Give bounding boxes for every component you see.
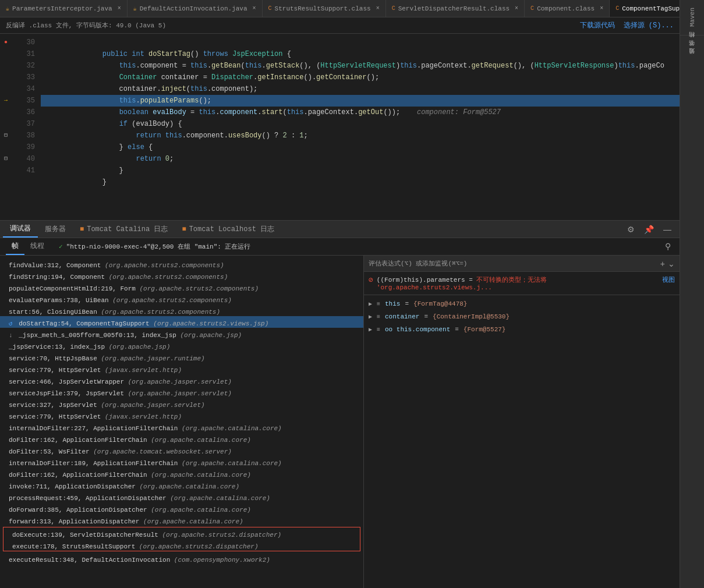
tab-bar: ☕ ParametersInterceptor.java × ☕ Default… <box>0 0 680 17</box>
tab-close-icon[interactable]: × <box>253 5 256 12</box>
sidebar-bookmarks[interactable]: 书签 <box>688 47 696 54</box>
expand-icon[interactable]: ▶ <box>369 313 374 320</box>
var-type-icon: ≡ <box>377 327 380 333</box>
debug-content: findValue:312, Component (org.apache.str… <box>0 256 680 588</box>
var-type-icon: ≡ <box>377 301 380 307</box>
stack-frame-jspx[interactable]: ↓ _jspx_meth_s_005fform_005f0:13, index_… <box>0 328 363 339</box>
stack-frame-jspservice[interactable]: _jspService:13, index_jsp (org.apache.js… <box>0 339 363 351</box>
var-container[interactable]: ▶ ≡ container = {ContainerImpl@5530} <box>364 310 680 323</box>
fold-icon-2[interactable]: ⊟ <box>0 153 12 165</box>
stack-frame-internalfilter189[interactable]: internalDoFilter:189, ApplicationFilterC… <box>0 456 363 467</box>
eval-expand-button[interactable]: ⌄ <box>668 259 675 268</box>
stack-frame-service70[interactable]: service:70, HttpJspBase (org.apache.jasp… <box>0 351 363 363</box>
stack-frame-dofilter162[interactable]: doFilter:162, ApplicationFilterChain (or… <box>0 433 363 444</box>
code-line-41: } <box>41 165 680 176</box>
var-this[interactable]: ▶ ≡ this = {FormTag@4478} <box>364 297 680 310</box>
code-editor: ● → ⊟ ⊟ 30 31 32 33 34 35 <box>0 34 680 220</box>
tab-close-icon[interactable]: × <box>600 5 603 12</box>
debug-toolbar: ⚙ 📌 — <box>625 224 677 235</box>
tab-close-icon[interactable]: × <box>118 5 121 12</box>
stack-frame-start[interactable]: start:56, ClosingUiBean (org.apache.stru… <box>0 304 363 316</box>
sidebar-notifications[interactable]: 通知 <box>688 55 696 62</box>
code-line-30: public int doStartTag() throws JspExcept… <box>41 37 680 48</box>
debug-tab-debugger[interactable]: 调试器 <box>3 221 38 238</box>
evaluate-bar: 评估表达式(⌥) 或添加监视(⌘⌥=) + ⌄ <box>364 256 680 272</box>
debug-pin-button[interactable]: 📌 <box>642 224 656 235</box>
stack-frame-service466[interactable]: service:466, JspServletWrapper (org.apac… <box>0 374 363 386</box>
tab-component-tag-support[interactable]: C ComponentTagSupport.class × <box>610 0 680 17</box>
stack-frame-internalfilter227[interactable]: internalDoFilter:227, ApplicationFilterC… <box>0 421 363 433</box>
line-numbers: 30 31 32 33 34 35 36 37 38 39 40 41 <box>12 34 41 220</box>
tab-close-icon[interactable]: × <box>376 5 380 12</box>
debug-arrow: → <box>0 95 12 107</box>
thread-check-icon: ✓ <box>59 243 63 250</box>
filter-icon[interactable]: ⚲ <box>665 242 671 252</box>
debug-tab-tomcat-localhost[interactable]: ■ Tomcat Localhost 日志 <box>175 221 281 238</box>
error-entry: ⊘ ((Form)this).parameters = 不可转换的类型；无法将 … <box>364 272 680 295</box>
tab-servlet-dispatcher-result[interactable]: C ServletDispatcherResult.class × <box>386 0 525 17</box>
error-icon: ⊘ <box>369 275 373 285</box>
stack-frame-populate[interactable]: populateComponentHtmlId:219, Form (org.a… <box>0 281 363 293</box>
tab-component[interactable]: C Component.class × <box>525 0 610 17</box>
select-source-link[interactable]: 选择源 (S)... <box>624 20 674 30</box>
stack-frame-forward[interactable]: forward:313, ApplicationDispatcher (org.… <box>0 514 363 526</box>
debug-minimize-button[interactable]: — <box>661 224 674 235</box>
stack-frame-dofilter162b[interactable]: doFilter:162, ApplicationFilterChain (or… <box>0 467 363 479</box>
tab-frame[interactable]: 帧 <box>6 238 24 255</box>
action-bar: 反编译 .class 文件, 字节码版本: 49.0 (Java 5) 下载源代… <box>0 17 680 34</box>
stack-frame-doforward[interactable]: doForward:385, ApplicationDispatcher (or… <box>0 502 363 514</box>
stack-frame-evaluate[interactable]: evaluateParams:738, UiBean (org.apache.s… <box>0 293 363 304</box>
thread-info: "http-nio-9000-exec-4"@2,500 在组 "main": … <box>66 242 251 251</box>
tab-parameters-interceptor[interactable]: ☕ ParametersInterceptor.java × <box>0 0 128 17</box>
add-watch-button[interactable]: + <box>660 259 665 268</box>
error-text: ((Form)this).parameters = 不可转换的类型；无法将 'o… <box>377 275 656 291</box>
maven-label[interactable]: Maven <box>689 3 696 31</box>
var-this-component[interactable]: ▶ ≡ oo this.component = {Form@5527} <box>364 323 680 336</box>
stack-frame-doexecute[interactable]: doExecute:139, ServletDispatcherResult (… <box>3 527 360 539</box>
view-link[interactable]: 视图 <box>662 275 675 284</box>
sidebar-structure[interactable]: 结构 <box>688 39 696 46</box>
stack-frame-execute178[interactable]: execute:178, StrutsResultSupport (org.ap… <box>3 539 360 551</box>
eval-label: 评估表达式(⌥) 或添加监视(⌘⌥=) <box>369 259 467 268</box>
gutter: ● → ⊟ ⊟ <box>0 34 12 220</box>
expand-icon[interactable]: ▶ <box>369 326 374 333</box>
stack-frame-findstring[interactable]: findString:194, Component (org.apache.st… <box>0 270 363 281</box>
tab-struts-result-support[interactable]: C StrutsResultSupport.class × <box>263 0 386 17</box>
tab-thread[interactable]: 线程 <box>24 238 50 255</box>
stack-frame-dofilter53[interactable]: doFilter:53, WsFilter (org.apache.tomcat… <box>0 444 363 456</box>
stack-frame-service779b[interactable]: service:779, HttpServlet (javax.servlet.… <box>0 409 363 421</box>
stack-frame-processrequest[interactable]: processRequest:459, ApplicationDispatche… <box>0 491 363 502</box>
breakpoint-icon[interactable]: ● <box>0 37 12 48</box>
debug-settings-button[interactable]: ⚙ <box>625 224 637 235</box>
tab-default-action-invocation[interactable]: ☕ DefaultActionInvocation.java × <box>128 0 263 17</box>
variable-tree: ▶ ≡ this = {FormTag@4478} ▶ ≡ container … <box>364 295 680 588</box>
stack-frame-dostartTag[interactable]: ↺ doStartTag:54, ComponentTagSupport (or… <box>0 316 363 328</box>
code-content: public int doStartTag() throws JspExcept… <box>41 34 680 220</box>
stack-frame-servicejspfile[interactable]: serviceJspFile:379, JspServlet (org.apac… <box>0 386 363 398</box>
stack-frame-invoke711[interactable]: invoke:711, ApplicationDispatcher (org.a… <box>0 479 363 491</box>
expand-icon[interactable]: ▶ <box>369 300 374 307</box>
debug-panel: 调试器 服务器 ■ Tomcat Catalina 日志 ■ Tomcat Lo… <box>0 220 680 588</box>
stack-trace-panel: findValue:312, Component (org.apache.str… <box>0 256 364 588</box>
stack-frame-findvalue[interactable]: findValue:312, Component (org.apache.str… <box>0 258 363 270</box>
debug-tab-tomcat-catalina[interactable]: ■ Tomcat Catalina 日志 <box>73 221 175 238</box>
decompile-info: 反编译 .class 文件, 字节码版本: 49.0 (Java 5) <box>6 21 166 30</box>
eval-actions: + ⌄ <box>660 259 675 268</box>
variables-panel: 评估表达式(⌥) 或添加监视(⌘⌥=) + ⌄ ⊘ ((Form)this).p… <box>364 256 680 588</box>
download-source-link[interactable]: 下载源代码 <box>580 20 615 30</box>
debug-tab-server[interactable]: 服务器 <box>38 221 73 238</box>
stack-frame-service327[interactable]: service:327, JspServlet (org.apache.jasp… <box>0 398 363 409</box>
debug-tabs-bar: 调试器 服务器 ■ Tomcat Catalina 日志 ■ Tomcat Lo… <box>0 221 680 238</box>
fold-icon[interactable]: ⊟ <box>0 130 12 141</box>
stack-frame-executeresult[interactable]: executeResult:348, DefaultActionInvocati… <box>0 552 363 564</box>
var-type-icon: ≡ <box>377 314 380 320</box>
tab-close-icon[interactable]: × <box>515 5 518 12</box>
stack-frame-service779[interactable]: service:779, HttpServlet (javax.servlet.… <box>0 363 363 374</box>
